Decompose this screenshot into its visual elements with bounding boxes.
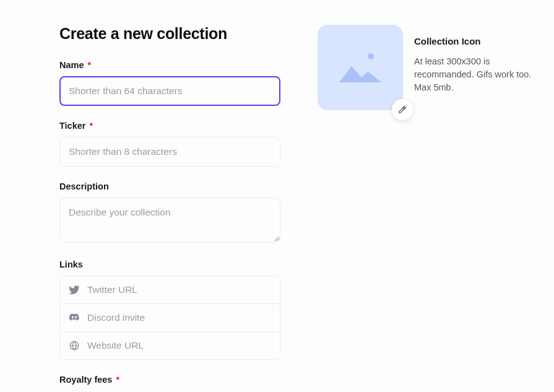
icon-meta-title: Collection Icon	[414, 36, 532, 46]
link-row-twitter	[60, 276, 280, 303]
links-label-text: Links	[59, 259, 83, 269]
svg-point-1	[368, 53, 374, 59]
icon-upload-box[interactable]	[318, 25, 403, 110]
website-input[interactable]	[87, 340, 271, 351]
royalty-label: Royalty fees *	[59, 375, 280, 385]
link-row-discord	[60, 303, 280, 331]
required-mark: *	[88, 60, 92, 70]
field-links: Links	[59, 259, 280, 360]
discord-icon	[69, 312, 80, 323]
page-title: Create a new collection	[59, 25, 280, 43]
name-label: Name *	[59, 60, 280, 70]
twitter-input[interactable]	[87, 284, 271, 295]
icon-meta-helper: At least 300x300 is recommanded. Gifs wo…	[414, 55, 532, 94]
description-label-text: Description	[59, 181, 109, 191]
edit-icon-button[interactable]	[392, 99, 413, 120]
links-group	[59, 276, 280, 360]
field-name: Name *	[59, 60, 280, 106]
name-input[interactable]	[59, 76, 280, 106]
discord-input[interactable]	[87, 312, 271, 323]
required-mark: *	[90, 121, 93, 131]
pencil-icon	[398, 105, 407, 114]
name-label-text: Name	[59, 60, 84, 70]
links-label: Links	[59, 259, 280, 269]
field-description: Description	[59, 181, 280, 245]
required-mark: *	[116, 375, 119, 385]
description-label: Description	[59, 181, 280, 191]
link-row-website	[60, 331, 280, 359]
ticker-label: Ticker *	[59, 121, 280, 131]
ticker-label-text: Ticker	[59, 121, 85, 131]
twitter-icon	[69, 284, 80, 295]
royalty-label-text: Royalty fees	[59, 375, 112, 385]
globe-icon	[69, 340, 80, 351]
create-collection-form: Create a new collection Name * Ticker * …	[59, 25, 280, 391]
description-textarea[interactable]	[59, 198, 280, 242]
field-royalty: Royalty fees *	[59, 375, 280, 385]
ticker-input[interactable]	[59, 137, 280, 167]
field-ticker: Ticker *	[59, 121, 280, 167]
image-placeholder-icon	[337, 50, 384, 85]
icon-meta: Collection Icon At least 300x300 is reco…	[414, 25, 532, 94]
icon-panel: Collection Icon At least 300x300 is reco…	[318, 25, 532, 391]
